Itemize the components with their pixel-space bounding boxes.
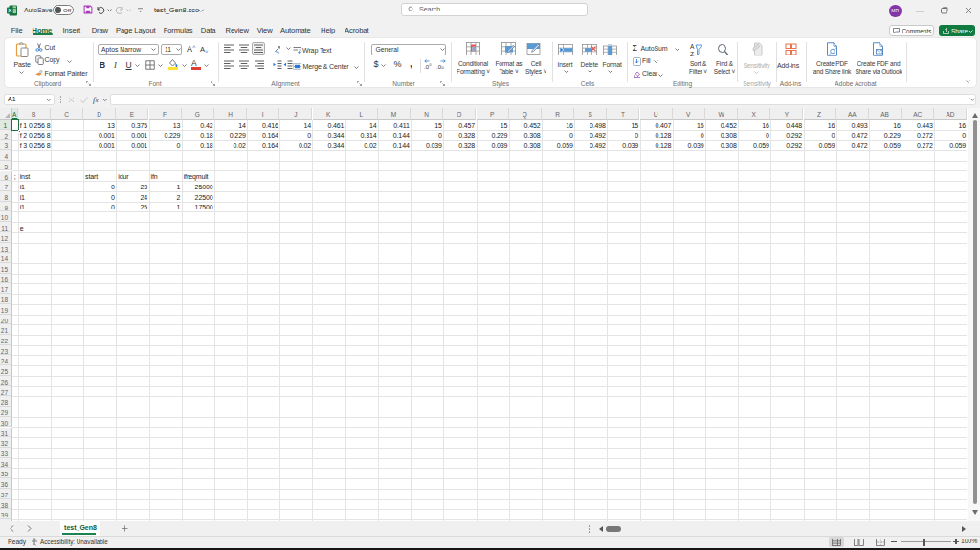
svg-text:A: A	[690, 43, 695, 50]
svg-text:Z: Z	[690, 50, 694, 56]
svg-text:.0: .0	[436, 64, 442, 70]
svg-text:.0: .0	[424, 64, 430, 70]
svg-text:0: 0	[429, 63, 431, 67]
svg-text:X: X	[8, 8, 11, 13]
svg-text:0: 0	[441, 65, 444, 70]
